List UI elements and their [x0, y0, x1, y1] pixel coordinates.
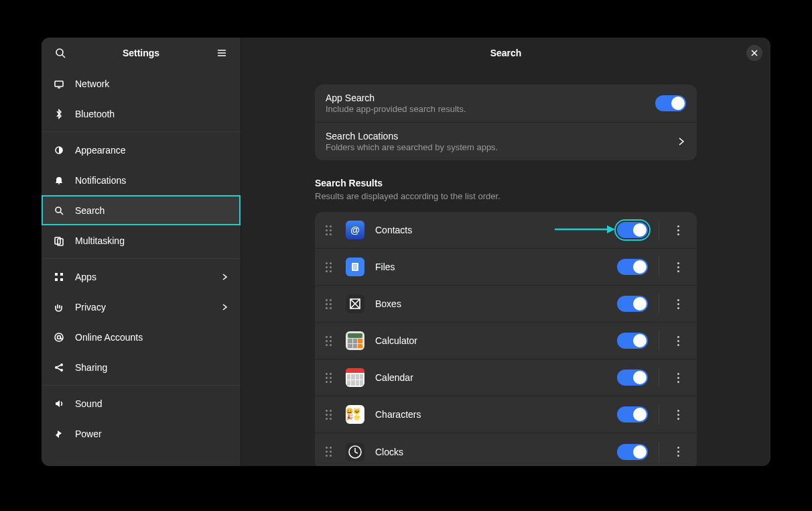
sidebar-item-label: Power [75, 429, 102, 439]
result-toggle-characters[interactable] [617, 406, 648, 422]
svg-point-20 [60, 363, 63, 366]
result-row-files: Files [315, 249, 697, 286]
svg-rect-16 [60, 278, 63, 281]
grid-icon [54, 272, 64, 282]
sidebar-item-label: Sharing [75, 362, 107, 373]
close-icon [751, 50, 758, 56]
result-label: Files [375, 262, 606, 272]
svg-line-34 [355, 304, 360, 308]
share-icon [54, 362, 64, 373]
bluetooth-icon [54, 109, 64, 119]
result-menu-button[interactable] [670, 262, 686, 272]
svg-point-0 [56, 49, 63, 56]
result-label: Boxes [375, 298, 606, 309]
result-row-calendar: Calendar [315, 359, 697, 396]
result-label: Contacts [375, 225, 606, 235]
svg-line-23 [58, 368, 61, 370]
main-panel: Search App Search Include app-provided s… [241, 38, 770, 466]
network-icon [54, 78, 64, 89]
search-icon [54, 205, 64, 216]
hand-icon [54, 302, 64, 313]
svg-rect-14 [60, 273, 63, 276]
search-results-header: Search Results Results are displayed acc… [315, 178, 697, 201]
bell-icon [54, 175, 64, 186]
sidebar-item-bluetooth[interactable]: Bluetooth [42, 99, 241, 129]
clocks-app-icon [346, 443, 364, 461]
sidebar-item-online-accounts[interactable]: Online Accounts [42, 322, 241, 352]
chevron-right-icon [220, 273, 228, 281]
result-row-characters: 😀🐱🎉🌟Characters [315, 396, 697, 433]
result-menu-button[interactable] [670, 336, 686, 346]
result-menu-button[interactable] [670, 373, 686, 383]
sidebar-title: Settings [123, 48, 159, 58]
sidebar-header: Settings [42, 38, 241, 68]
sidebar-search-button[interactable] [51, 44, 70, 62]
search-locations-title: Search Locations [326, 131, 667, 141]
sidebar-item-appearance[interactable]: Appearance [42, 135, 241, 165]
svg-line-33 [350, 304, 355, 308]
sidebar-item-label: Privacy [75, 302, 106, 313]
sidebar-item-search[interactable]: Search [42, 195, 241, 225]
result-label: Clocks [375, 447, 606, 457]
app-search-toggle[interactable] [655, 95, 686, 111]
result-toggle-calendar[interactable] [617, 370, 648, 386]
network-icon [54, 78, 64, 89]
svg-line-37 [355, 452, 358, 453]
result-toggle-files[interactable] [617, 259, 648, 275]
result-toggle-contacts[interactable] [617, 222, 648, 238]
sidebar-item-multitasking[interactable]: Multitasking [42, 225, 241, 255]
result-label: Characters [375, 409, 606, 420]
drag-handle-icon[interactable] [326, 336, 335, 346]
sidebar-item-apps[interactable]: Apps [42, 262, 241, 292]
speaker-icon [54, 398, 64, 409]
calculator-app-icon [346, 331, 364, 350]
bell-icon [54, 175, 64, 186]
result-toggle-clocks[interactable] [617, 444, 648, 460]
search-icon [55, 48, 66, 58]
sidebar-item-label: Bluetooth [75, 109, 115, 119]
drag-handle-icon[interactable] [326, 410, 335, 420]
result-row-calculator: Calculator [315, 323, 697, 359]
drag-handle-icon[interactable] [326, 299, 335, 309]
svg-line-31 [350, 299, 355, 304]
share-icon [54, 362, 64, 373]
characters-app-icon: 😀🐱🎉🌟 [346, 405, 364, 424]
drag-handle-icon[interactable] [326, 373, 335, 383]
search-results-subtitle: Results are displayed according to the l… [315, 191, 697, 201]
multitask-icon [54, 235, 64, 246]
power-icon [54, 429, 64, 439]
sidebar-item-power[interactable]: Power [42, 418, 241, 449]
sidebar-item-sound[interactable]: Sound [42, 388, 241, 418]
main-body: App Search Include app-provided search r… [241, 68, 770, 466]
sidebar-item-sharing[interactable]: Sharing [42, 352, 241, 382]
sidebar-list: NetworkBluetoothAppearanceNotificationsS… [42, 68, 241, 466]
hand-icon [54, 302, 64, 313]
result-row-clocks: Clocks [315, 433, 697, 466]
chevron-right-icon [220, 303, 228, 311]
app-search-row: App Search Include app-provided search r… [315, 84, 697, 123]
sidebar-item-privacy[interactable]: Privacy [42, 292, 241, 322]
settings-window: Settings NetworkBluetoothAppearanceNotif… [42, 38, 770, 466]
result-menu-button[interactable] [670, 410, 686, 420]
hamburger-icon [216, 48, 227, 58]
power-icon [54, 429, 64, 439]
multitask-icon [54, 235, 64, 246]
sidebar-item-label: Apps [75, 272, 96, 282]
drag-handle-icon[interactable] [326, 447, 335, 457]
result-toggle-boxes[interactable] [617, 296, 648, 312]
sidebar-item-network[interactable]: Network [42, 68, 241, 99]
drag-handle-icon[interactable] [326, 262, 335, 272]
appearance-icon [54, 145, 64, 156]
search-locations-row[interactable]: Search Locations Folders which are searc… [315, 123, 697, 160]
sidebar-item-label: Online Accounts [75, 332, 143, 343]
result-menu-button[interactable] [670, 299, 686, 309]
result-toggle-calculator[interactable] [617, 333, 648, 349]
result-menu-button[interactable] [670, 225, 686, 235]
svg-point-9 [56, 207, 61, 213]
result-row-contacts: @Contacts [315, 212, 697, 249]
close-button[interactable] [746, 45, 762, 61]
sidebar-menu-button[interactable] [212, 44, 231, 62]
sidebar-item-notifications[interactable]: Notifications [42, 165, 241, 195]
drag-handle-icon[interactable] [326, 225, 335, 235]
result-menu-button[interactable] [670, 447, 686, 457]
